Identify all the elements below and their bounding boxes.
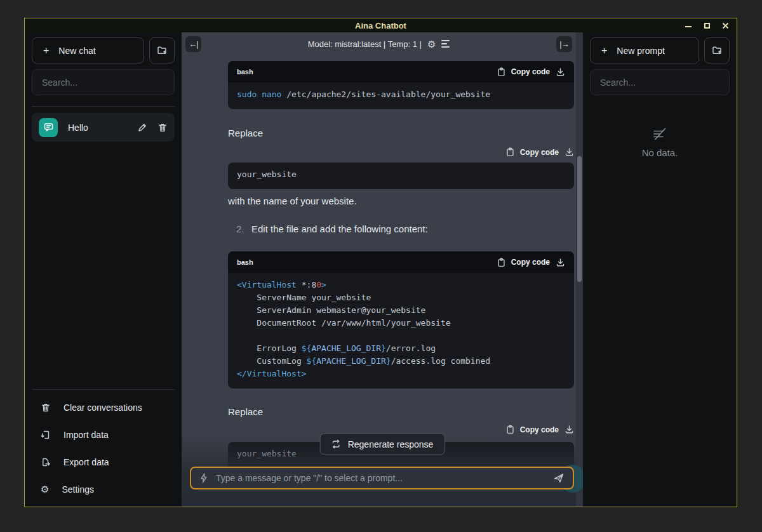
- import-data-button[interactable]: Import data: [32, 421, 175, 448]
- prompts-sidebar: + New prompt No data.: [583, 32, 737, 507]
- model-info-text: Model: mistral:latest | Temp: 1 |: [308, 39, 422, 49]
- export-data-button[interactable]: Export data: [32, 448, 175, 475]
- copy-code-button[interactable]: Copy code: [497, 258, 565, 267]
- download-icon: [565, 147, 574, 157]
- model-info: Model: mistral:latest | Temp: 1 | ⚙: [308, 39, 450, 49]
- folder-plus-icon: [712, 45, 723, 56]
- code-content: sudo nano /etc/apache2/sites-available/y…: [228, 83, 574, 109]
- code-content: <VirtualHost *:80> ServerName your_websi…: [228, 273, 574, 389]
- new-chat-label: New chat: [58, 46, 95, 56]
- new-prompt-folder-button[interactable]: [704, 37, 730, 63]
- import-icon: [41, 430, 51, 440]
- regenerate-response-button[interactable]: Regenerate response: [320, 434, 445, 455]
- no-data-label: No data.: [642, 147, 678, 158]
- gear-icon: ⚙: [41, 484, 49, 494]
- chat-bubble-icon: [39, 118, 58, 137]
- minimize-icon: [685, 26, 692, 27]
- filter-lines-icon[interactable]: [441, 40, 450, 48]
- chats-sidebar: + New chat: [25, 32, 182, 507]
- new-prompt-label: New prompt: [617, 46, 664, 56]
- collapse-right-icon: |→: [559, 39, 568, 49]
- maximize-icon: [704, 23, 710, 29]
- clipboard-icon: [506, 425, 514, 434]
- new-prompt-button[interactable]: + New prompt: [590, 37, 699, 63]
- code-content: your_website: [228, 163, 574, 189]
- clear-conversations-label: Clear conversations: [64, 402, 142, 413]
- chat-list-item-hello[interactable]: Hello: [32, 113, 175, 142]
- clear-conversations-button[interactable]: Clear conversations: [32, 394, 175, 421]
- chat-search-input[interactable]: [32, 69, 175, 95]
- settings-button[interactable]: ⚙ Settings: [32, 475, 175, 503]
- clipboard-icon: [506, 147, 514, 157]
- code-block-1: bash Copy code sudo nano /etc/apache2/si…: [228, 61, 574, 109]
- message-input-container: [190, 467, 574, 489]
- assistant-text-replace-2: Replace: [228, 406, 574, 418]
- minimize-button[interactable]: [685, 22, 692, 29]
- export-icon: [41, 457, 51, 467]
- collapse-left-icon: ←|: [189, 39, 197, 49]
- plus-icon: +: [601, 45, 607, 57]
- chat-scrollbar-thumb[interactable]: [577, 156, 582, 282]
- list-text: Edit the file and add the following cont…: [251, 223, 428, 236]
- clipboard-icon: [497, 258, 505, 267]
- code-language-label: bash: [237, 258, 253, 266]
- no-data-icon: [650, 126, 669, 142]
- download-icon: [556, 258, 565, 267]
- assistant-text-replace-1: Replace: [228, 127, 574, 140]
- sidebar-divider: [32, 106, 175, 107]
- folder-plus-icon: [157, 45, 168, 56]
- window-controls: [685, 18, 729, 32]
- app-window: Aina Chatbot + New chat: [24, 18, 737, 507]
- chat-header: ←| Model: mistral:latest | Temp: 1 | ⚙ |…: [185, 36, 572, 52]
- download-icon: [565, 425, 574, 434]
- ordered-list-item-2: 2. Edit the file and add the following c…: [228, 223, 574, 236]
- titlebar: Aina Chatbot: [25, 18, 737, 32]
- assistant-text-website-name: with the name of your website.: [228, 195, 574, 208]
- trash-icon: [157, 123, 168, 133]
- list-marker: 2.: [236, 223, 251, 236]
- collapse-left-sidebar-button[interactable]: ←|: [185, 36, 201, 52]
- regenerate-label: Regenerate response: [348, 439, 434, 449]
- sidebar-footer-divider: [32, 389, 175, 390]
- chat-main: bash Copy code sudo nano /etc/apache2/si…: [182, 32, 583, 507]
- maximize-button[interactable]: [703, 22, 711, 29]
- model-settings-gear-icon[interactable]: ⚙: [427, 39, 436, 49]
- code-language-label: bash: [237, 68, 253, 76]
- prompts-empty-state: No data.: [590, 126, 730, 158]
- window-title: Aina Chatbot: [25, 21, 737, 30]
- pencil-icon: [137, 123, 147, 133]
- plus-icon: +: [43, 45, 49, 57]
- message-input[interactable]: [216, 473, 545, 483]
- copy-code-button[interactable]: Copy code: [506, 147, 574, 157]
- export-data-label: Export data: [64, 457, 109, 467]
- edit-chat-button[interactable]: [137, 123, 147, 133]
- collapse-right-sidebar-button[interactable]: |→: [556, 36, 572, 52]
- code-block-inline-1: your_website: [228, 163, 574, 189]
- copy-code-button[interactable]: Copy code: [497, 67, 565, 77]
- prompt-search-input[interactable]: [590, 69, 730, 95]
- sidebar-footer: Clear conversations Import data Export d…: [32, 389, 175, 503]
- bolt-icon: [199, 473, 208, 483]
- delete-chat-button[interactable]: [157, 123, 168, 133]
- chat-scrollbar-track[interactable]: [576, 32, 583, 507]
- send-icon[interactable]: [553, 472, 565, 484]
- chat-title: Hello: [68, 123, 137, 133]
- settings-label: Settings: [62, 484, 94, 495]
- import-data-label: Import data: [64, 430, 109, 440]
- download-icon: [556, 67, 565, 77]
- close-icon: [722, 22, 729, 29]
- trash-icon: [41, 402, 51, 413]
- new-chat-folder-button[interactable]: [149, 37, 175, 63]
- code-block-2: bash Copy code <VirtualHost *:80> Server…: [228, 251, 574, 389]
- new-chat-button[interactable]: + New chat: [32, 37, 144, 63]
- close-button[interactable]: [721, 22, 729, 29]
- regenerate-icon: [331, 439, 341, 449]
- copy-code-button[interactable]: Copy code: [506, 425, 574, 434]
- clipboard-icon: [497, 67, 505, 77]
